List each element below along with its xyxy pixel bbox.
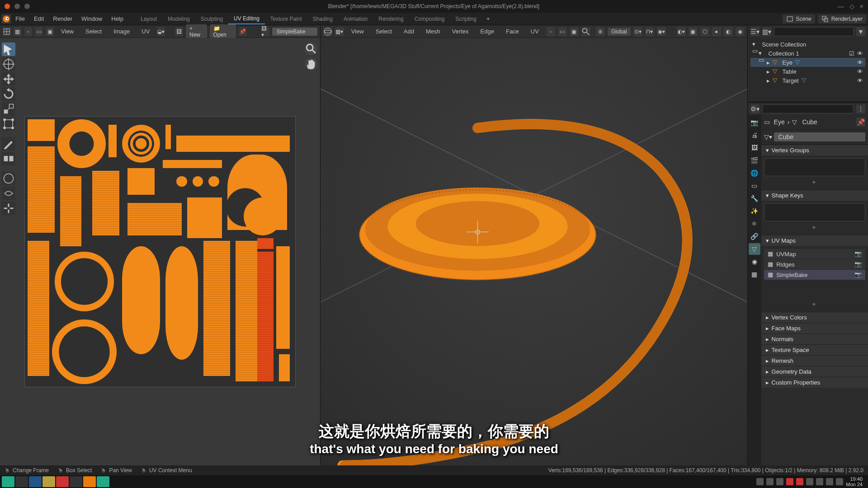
outliner-type-icon[interactable]: ☰▾ xyxy=(750,27,760,36)
uv-sync-icon[interactable]: ▦ xyxy=(14,27,22,36)
ws-modeling[interactable]: Modeling xyxy=(162,14,195,24)
tab-physics[interactable]: ⚛ xyxy=(749,218,760,230)
prop-edit-icon[interactable]: ◉▾ xyxy=(657,27,666,36)
filter-icon[interactable]: ▼ xyxy=(856,27,865,36)
camera-icon[interactable]: 📷 xyxy=(854,250,862,258)
sec-texture-space[interactable]: ▸ Texture Space xyxy=(761,345,868,355)
menu-render[interactable]: Render xyxy=(48,14,77,24)
cursor-tool[interactable] xyxy=(2,57,15,71)
vp-menu-select[interactable]: Select xyxy=(371,26,396,37)
uvmap-row-uvmap[interactable]: ▦ UVMap📷 xyxy=(764,249,865,259)
ws-scripting[interactable]: Scripting xyxy=(450,14,482,24)
camera-icon[interactable]: 📷 xyxy=(854,261,862,268)
pin-icon[interactable]: 📌 xyxy=(239,27,247,36)
tray-volume-icon[interactable] xyxy=(816,478,823,485)
orientation-select[interactable]: Global xyxy=(608,28,631,36)
vertex-select-icon[interactable]: ▫ xyxy=(24,27,33,36)
tree-collection-1[interactable]: ▾ ▭ Collection 1 ☑👁 xyxy=(750,49,865,58)
pinch-tool[interactable] xyxy=(2,202,15,215)
minimize-window-icon[interactable] xyxy=(14,4,20,9)
uvmap-row-simplebake[interactable]: ▦ SimpleBake📷 xyxy=(764,270,865,280)
uv-menu-uv[interactable]: UV xyxy=(137,26,154,37)
tree-item-eye[interactable]: ▸▽ Eye ▽ 👁 xyxy=(750,58,865,67)
image-icon[interactable]: 🖼 xyxy=(175,27,183,36)
overlays-icon[interactable]: ◐▾ xyxy=(677,27,686,36)
blender-logo-icon[interactable] xyxy=(2,14,11,23)
pin-icon[interactable]: 📌 xyxy=(856,117,865,127)
mesh-name-field[interactable]: Cube xyxy=(774,132,865,141)
uv-menu-image[interactable]: Image xyxy=(109,26,134,37)
props-editor-icon[interactable]: ⚙▾ xyxy=(750,104,760,113)
vp-menu-edge[interactable]: Edge xyxy=(476,26,499,37)
uv-snap-dropdown[interactable]: ◒▾ xyxy=(157,27,165,36)
move-tool[interactable] xyxy=(2,72,15,86)
edge-select-icon[interactable]: ▭ xyxy=(35,27,43,36)
shading-rendered-icon[interactable]: ◉ xyxy=(736,27,745,36)
transform-tool[interactable] xyxy=(2,117,15,131)
tab-mesh-data[interactable]: ▽ xyxy=(749,243,760,255)
uv-canvas[interactable] xyxy=(0,38,320,465)
tray-shield-icon[interactable] xyxy=(836,478,843,485)
tab-particles[interactable]: ✨ xyxy=(749,205,760,217)
face-select-icon[interactable]: ▣ xyxy=(46,27,54,36)
mesh-select-mode-face-icon[interactable]: ▣ xyxy=(570,27,579,36)
tray-icon[interactable] xyxy=(806,478,813,485)
new-image-button[interactable]: + New xyxy=(186,24,207,39)
grab-tool[interactable] xyxy=(2,172,15,185)
rotate-tool[interactable] xyxy=(2,87,15,101)
sec-normals[interactable]: ▸ Normals xyxy=(761,334,868,344)
pivot-icon[interactable]: ⊙▾ xyxy=(633,27,642,36)
checkbox-icon[interactable]: ☑ xyxy=(849,50,855,56)
tray-network-icon[interactable] xyxy=(826,478,833,485)
options-icon[interactable]: ⋮ xyxy=(856,104,865,113)
vp-menu-view[interactable]: View xyxy=(347,26,368,37)
image-link-icon[interactable]: 🖼▾ xyxy=(261,27,269,36)
uv-menu-view[interactable]: View xyxy=(57,26,78,37)
start-menu-icon[interactable] xyxy=(2,476,14,487)
tray-icon[interactable] xyxy=(796,478,803,485)
taskbar-app-1[interactable] xyxy=(15,476,28,487)
shading-solid-icon[interactable]: ● xyxy=(712,27,721,36)
minimize-icon[interactable]: — xyxy=(838,3,844,10)
mode-select-icon[interactable]: ▦▾ xyxy=(335,27,344,36)
sec-geometry-data[interactable]: ▸ Geometry Data xyxy=(761,366,868,377)
menu-file[interactable]: File xyxy=(11,14,29,24)
tab-viewlayer[interactable]: 🖼 xyxy=(749,142,760,154)
snap-icon[interactable]: ⊓▾ xyxy=(645,27,654,36)
rip-tool[interactable] xyxy=(2,152,15,165)
select-box-tool[interactable] xyxy=(2,42,15,56)
3d-viewport-canvas[interactable] xyxy=(321,38,747,465)
ws-uv-editing[interactable]: UV Editing xyxy=(228,14,265,24)
sec-shape-keys[interactable]: ▾ Shape Keys xyxy=(761,190,868,201)
taskbar-app-green[interactable] xyxy=(97,476,109,487)
search-icon[interactable] xyxy=(581,27,590,36)
eye-icon[interactable]: 👁 xyxy=(857,68,863,75)
xray-icon[interactable]: ▣ xyxy=(689,27,698,36)
viewport-editor-type-icon[interactable] xyxy=(323,27,332,36)
tab-texture[interactable]: ▦ xyxy=(749,268,760,280)
uvmap-row-ridges[interactable]: ▦ Ridges📷 xyxy=(764,259,865,269)
open-image-button[interactable]: 📁 Open xyxy=(210,24,236,39)
sec-custom-props[interactable]: ▸ Custom Properties xyxy=(761,377,868,388)
tree-item-table[interactable]: ▸▽ Table 👁 xyxy=(750,67,865,76)
sec-vertex-colors[interactable]: ▸ Vertex Colors xyxy=(761,312,868,323)
orientation-icon[interactable]: ⊛ xyxy=(596,27,605,36)
eye-icon[interactable]: 👁 xyxy=(857,59,863,66)
camera-icon[interactable]: 📷 xyxy=(854,271,862,278)
display-mode-icon[interactable]: ▥▾ xyxy=(762,27,771,36)
taskbar-app-blender[interactable] xyxy=(83,476,96,487)
menu-help[interactable]: Help xyxy=(107,14,128,24)
ws-animation[interactable]: Animation xyxy=(338,14,373,24)
props-search[interactable] xyxy=(762,104,854,113)
taskbar-clock[interactable]: 19:40 Mon 24 xyxy=(846,476,866,487)
taskbar-app-files[interactable] xyxy=(42,476,55,487)
ws-compositing[interactable]: Compositing xyxy=(409,14,450,24)
close-icon[interactable]: × xyxy=(860,3,863,10)
shading-wireframe-icon[interactable]: ⬡ xyxy=(700,27,709,36)
mesh-select-mode-vert-icon[interactable]: ▫ xyxy=(546,27,555,36)
tab-modifier[interactable]: 🔧 xyxy=(749,192,760,204)
sec-remesh[interactable]: ▸ Remesh xyxy=(761,356,868,366)
ws-shading[interactable]: Shading xyxy=(307,14,338,24)
taskbar-app-terminal[interactable] xyxy=(70,476,82,487)
tab-object[interactable]: ▭ xyxy=(749,180,760,192)
